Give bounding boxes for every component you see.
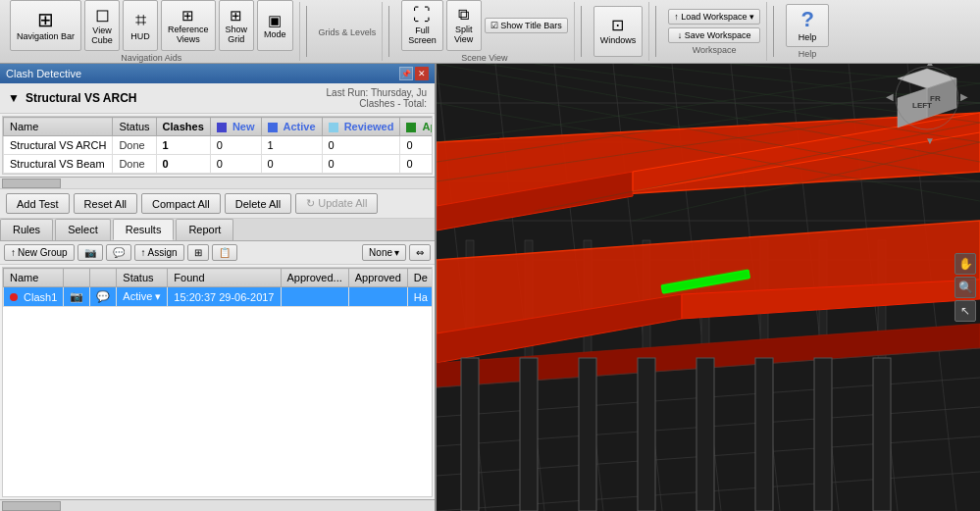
vp-tool-zoom[interactable]: 🔍 <box>954 277 976 298</box>
panel-title-bar: Clash Detective 📌 ✕ <box>0 64 435 83</box>
resize-icon-btn[interactable]: ⇔ <box>409 244 431 261</box>
results-table-wrapper: Name Status Found Approved... <box>2 267 433 497</box>
panel-close-button[interactable]: ✕ <box>415 67 429 80</box>
split-view-button[interactable]: ⧉ SplitView <box>446 0 482 51</box>
windows-icon: ⊡ <box>611 18 624 33</box>
tab-report-label: Report <box>188 224 221 235</box>
help-button[interactable]: ? Help <box>786 4 829 47</box>
col-header-approved: Approved <box>400 118 433 136</box>
navigation-aids-group: ⊞ Navigation Bar ◻ ViewCube ⌗ HUD ⊞ Refe… <box>4 2 300 61</box>
comment-button[interactable]: 💬 <box>106 244 131 261</box>
results-toolbar: ↑ New Group 📷 💬 ↑ Assign ⊞ 📋 None <box>0 241 435 265</box>
navigation-bar-button[interactable]: ⊞ Navigation Bar <box>10 0 81 51</box>
row2-name: Structural VS Beam <box>4 155 113 174</box>
tab-report[interactable]: Report <box>176 219 233 240</box>
none-dropdown-button[interactable]: None ▾ <box>362 244 406 261</box>
active-color-indicator <box>268 123 278 132</box>
res-row1-status: Active ▾ <box>117 287 168 307</box>
res-row1-found: 15:20:37 29-06-2017 <box>168 287 281 307</box>
comment-col-icon: 💬 <box>96 290 110 302</box>
panel-title-icons: 📌 ✕ <box>399 67 429 80</box>
view-cube-button[interactable]: ◻ ViewCube <box>84 0 120 51</box>
svg-text:▲: ▲ <box>925 64 935 68</box>
clash-section-title: Structural VS ARCH <box>26 91 327 105</box>
camera-col-icon: 📷 <box>70 290 83 302</box>
red-dot-icon <box>10 293 18 301</box>
show-grid-button[interactable]: ⊞ ShowGrid <box>219 0 255 51</box>
navigation-aids-label: Navigation Aids <box>121 53 181 63</box>
col-header-clashes: Clashes <box>156 118 210 136</box>
delete-all-button[interactable]: Delete All <box>225 193 291 214</box>
workspace-label: Workspace <box>693 45 737 55</box>
mode-button[interactable]: ▣ Mode <box>257 0 293 51</box>
results-icon-btn-2[interactable]: 📋 <box>212 244 237 261</box>
full-screen-button[interactable]: ⛶ FullScreen <box>401 0 443 51</box>
row2-reviewed: 0 <box>322 155 400 174</box>
camera-icon: 📷 <box>84 247 96 258</box>
camera-button[interactable]: 📷 <box>77 244 103 261</box>
res-col-approved-by: Approved... <box>281 269 348 287</box>
hud-icon: ⌗ <box>135 10 146 29</box>
clash-detective-panel: Clash Detective 📌 ✕ ▼ Structural VS ARCH… <box>0 64 437 511</box>
tab-rules[interactable]: Rules <box>0 219 53 240</box>
panel-pin-button[interactable]: 📌 <box>399 67 413 80</box>
bottom-scroll-thumb[interactable] <box>2 501 61 511</box>
load-workspace-button[interactable]: ↑ Load Workspace ▾ <box>668 9 760 25</box>
viewport-right-tools: ✋ 🔍 ↖ <box>954 253 976 322</box>
3d-viewport-panel: LEFT FR ▲ ▶ ▼ ◀ ✋ 🔍 ↖ <box>437 64 980 511</box>
result-row-1[interactable]: Clash1 📷 💬 Active ▾ 15:20:37 29-06-201 <box>4 287 434 307</box>
help-group: ? Help Help <box>780 2 835 61</box>
save-workspace-icon: ↓ <box>678 30 683 40</box>
panel-bottom-scroll[interactable] <box>0 499 435 511</box>
help-icon: ? <box>800 9 813 30</box>
clash-meta: Last Run: Thursday, Ju Clashes - Total: <box>327 87 427 109</box>
assign-button[interactable]: ↑ Assign <box>134 244 184 261</box>
hud-button[interactable]: ⌗ HUD <box>123 0 158 51</box>
update-all-label: Update All <box>318 197 367 209</box>
res-col-comment <box>90 269 117 287</box>
toolbar-divider-5 <box>773 6 774 57</box>
section-expand-icon[interactable]: ▼ <box>8 91 20 105</box>
row1-status: Done <box>113 136 156 155</box>
grids-levels-group: Grids & Levels <box>313 2 384 61</box>
action-buttons-row: Add Test Reset All Compact All Delete Al… <box>0 188 435 219</box>
row2-clashes: 0 <box>156 155 210 174</box>
col-header-active: Active <box>261 118 322 136</box>
clash-table: Name Status Clashes New Active <box>3 117 433 174</box>
status-dropdown-arrow: ▾ <box>155 290 161 302</box>
main-area: Clash Detective 📌 ✕ ▼ Structural VS ARCH… <box>0 64 980 511</box>
add-test-button[interactable]: Add Test <box>6 193 70 214</box>
save-workspace-button[interactable]: ↓ Save Workspace <box>668 27 760 43</box>
view-cube-icon: ◻ <box>95 6 110 24</box>
row1-clashes: 1 <box>156 136 210 155</box>
clash-row-1[interactable]: Structural VS ARCH Done 1 0 1 0 0 0 <box>4 136 434 155</box>
reset-all-button[interactable]: Reset All <box>74 193 137 214</box>
clash-row-2[interactable]: Structural VS Beam Done 0 0 0 0 0 0 <box>4 155 434 174</box>
clash-table-hscroll[interactable] <box>0 177 435 188</box>
vp-tool-pan[interactable]: ✋ <box>954 253 976 275</box>
3d-scene-svg: LEFT FR ▲ ▶ ▼ ◀ <box>437 64 980 511</box>
hscroll-thumb[interactable] <box>2 179 61 188</box>
res-row1-camera: 📷 <box>64 287 90 307</box>
resize-icon: ⇔ <box>416 247 424 258</box>
results-icon-btn-1[interactable]: ⊞ <box>187 244 209 261</box>
load-workspace-icon: ↑ <box>674 12 679 22</box>
new-group-button[interactable]: ↑ New Group <box>4 244 75 261</box>
reviewed-color-indicator <box>329 123 338 132</box>
row1-approved: 0 <box>400 136 433 155</box>
toolbar-divider-1 <box>306 6 307 57</box>
results-icon-2: 📋 <box>219 247 231 258</box>
tab-select[interactable]: Select <box>55 219 111 240</box>
toolbar-divider-3 <box>581 6 582 57</box>
none-dropdown-arrow: ▾ <box>394 247 399 258</box>
vp-tool-select[interactable]: ↖ <box>954 300 976 322</box>
compact-all-button[interactable]: Compact All <box>141 193 221 214</box>
show-title-bars-button[interactable]: ☑ Show Title Bars <box>485 18 568 33</box>
reference-views-button[interactable]: ⊞ ReferenceViews <box>161 0 216 51</box>
row1-new: 0 <box>210 136 261 155</box>
assign-label: Assign <box>148 247 178 258</box>
update-all-button[interactable]: ↻ Update All <box>295 193 378 214</box>
res-row1-approved <box>348 287 407 307</box>
tab-results[interactable]: Results <box>113 219 175 240</box>
windows-button[interactable]: ⊡ Windows <box>593 6 644 57</box>
